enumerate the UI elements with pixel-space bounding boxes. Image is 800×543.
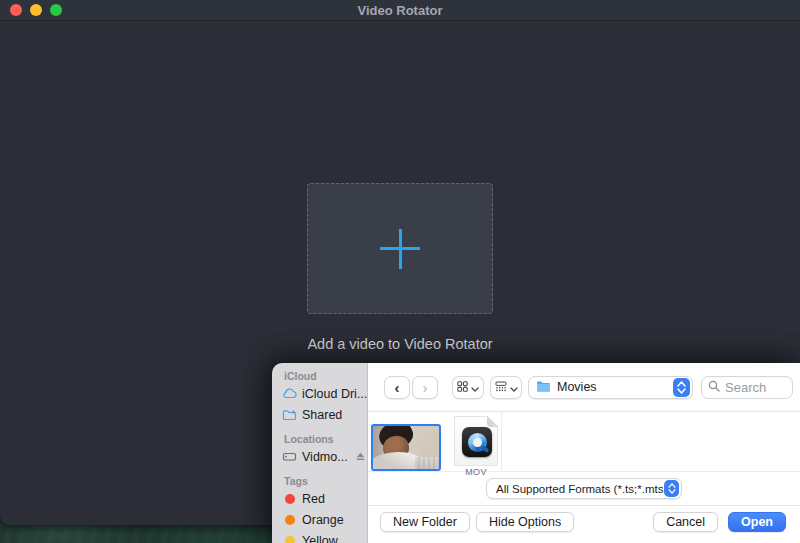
format-label: All Supported Formats (*.ts;*.mts;*.... [496,483,664,495]
quicktime-icon [462,427,492,457]
dialog-sidebar: iCloud iCloud Dri... Shared Locations Vi… [272,363,368,543]
title-bar: Video Rotator [0,0,800,21]
cancel-button[interactable]: Cancel [653,512,718,532]
sidebar-item-label: Red [302,492,325,506]
sidebar-item-tag-red[interactable]: Red [272,488,367,509]
sidebar-section-tags: Tags [272,474,367,488]
popup-stepper-icon [664,480,679,497]
file-extension-label: MOV [454,467,498,477]
sidebar-item-label: Yellow [302,534,338,543]
sidebar-item-label: iCloud Dri... [302,387,367,401]
search-icon [708,378,720,396]
back-button[interactable]: ‹ [384,376,410,399]
sidebar-item-tag-yellow[interactable]: Yellow [272,530,367,543]
cloud-icon [282,386,297,401]
dialog-footer: New Folder Hide Options Cancel Open [368,505,800,543]
open-file-dialog: iCloud iCloud Dri... Shared Locations Vi… [272,363,800,543]
file-browser: MOV [368,411,800,471]
window-title: Video Rotator [0,3,800,18]
dialog-main: ‹ › [368,363,800,543]
new-folder-button[interactable]: New Folder [380,512,470,532]
format-popup[interactable]: All Supported Formats (*.ts;*.mts;*.... [486,478,682,499]
yellow-tag-icon [285,536,295,543]
forward-button[interactable]: › [412,376,438,399]
sidebar-item-label: Shared [302,408,342,422]
sidebar-item-vidmore-disk[interactable]: Vidmo... [272,446,367,467]
orange-tag-icon [285,515,295,525]
gallery-view-button[interactable] [490,376,522,399]
nav-buttons: ‹ › [384,376,438,399]
search-input[interactable] [725,380,786,395]
column-divider [501,412,502,471]
sidebar-item-icloud-drive[interactable]: iCloud Dri... [272,383,367,404]
page-fold [487,416,498,427]
sidebar-section-locations: Locations [272,432,367,446]
dialog-toolbar: ‹ › [368,363,800,411]
folder-icon [536,378,551,396]
search-field[interactable] [701,376,793,399]
popup-stepper-icon [673,378,690,397]
file-item-mov[interactable]: MOV [454,416,498,477]
gallery-view-icon [495,380,507,395]
open-button[interactable]: Open [728,512,786,532]
drop-zone-caption: Add a video to Video Rotator [0,336,800,352]
chevron-down-icon [471,380,479,395]
file-item-video-selected[interactable] [371,424,441,471]
sidebar-section-icloud: iCloud [272,369,367,383]
disk-icon [282,449,297,464]
video-drop-zone[interactable] [307,183,493,314]
sidebar-item-label: Orange [302,513,344,527]
sidebar-item-label: Vidmo... [302,450,348,464]
red-tag-icon [285,494,295,504]
sidebar-item-shared[interactable]: Shared [272,404,367,425]
add-video-plus-icon [380,229,420,269]
format-row: All Supported Formats (*.ts;*.mts;*.... [368,471,800,505]
hide-options-button[interactable]: Hide Options [476,512,574,532]
grid-view-icon [457,380,468,395]
eject-icon[interactable] [356,452,365,461]
location-label: Movies [557,380,673,394]
sidebar-item-tag-orange[interactable]: Orange [272,509,367,530]
location-popup[interactable]: Movies [528,376,693,399]
icon-view-button[interactable] [452,376,484,399]
chevron-down-icon [510,380,518,395]
shared-folder-icon [282,407,297,422]
